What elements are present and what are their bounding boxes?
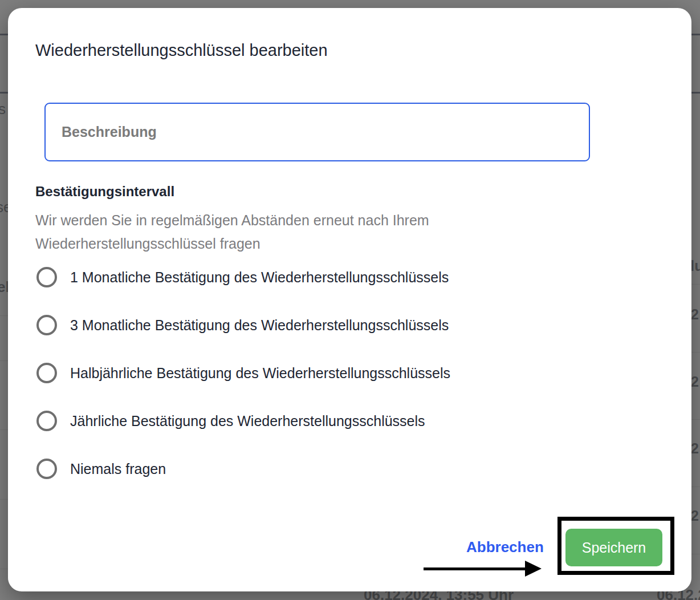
subtitle-line: Wir werden Sie in regelmäßigen Abständen… [35,209,429,232]
radio-button-icon[interactable] [36,267,57,287]
edit-recovery-key-dialog: Wiederherstellungsschlüssel bearbeiten B… [8,8,691,591]
radio-option-half-yearly[interactable]: Halbjährliche Bestätigung des Wiederhers… [36,363,450,383]
radio-button-icon[interactable] [36,315,57,335]
radio-button-icon[interactable] [36,363,57,383]
confirmation-interval-subtitle: Wir werden Sie in regelmäßigen Abständen… [35,209,429,256]
cancel-button[interactable]: Abbrechen [466,538,544,556]
confirmation-interval-heading: Bestätigungsintervall [35,184,174,200]
description-input-placeholder: Beschreibung [62,124,157,140]
description-input[interactable]: Beschreibung [44,103,590,161]
radio-option-label: Jährliche Bestätigung des Wiederherstell… [70,413,425,429]
radio-option-quarterly[interactable]: 3 Monatliche Bestätigung des Wiederherst… [36,315,449,335]
radio-option-label: Niemals fragen [70,461,166,477]
annotation-highlight-rectangle [557,517,674,575]
radio-button-icon[interactable] [36,411,57,431]
radio-button-icon[interactable] [36,459,57,479]
annotation-arrow-head-icon [525,561,542,577]
screen: s se el lu .2 .2 .2 .2 06.12.2024, 13:55… [0,0,700,600]
dialog-title: Wiederherstellungsschlüssel bearbeiten [35,41,328,60]
subtitle-line: Wiederherstellungsschlüssel fragen [35,232,429,256]
radio-option-label: 1 Monatliche Bestätigung des Wiederherst… [70,269,449,286]
radio-option-never[interactable]: Niemals fragen [36,459,166,479]
radio-option-label: 3 Monatliche Bestätigung des Wiederherst… [70,317,449,334]
radio-option-label: Halbjährliche Bestätigung des Wiederhers… [70,365,450,382]
annotation-arrow-line [424,567,526,570]
radio-option-yearly[interactable]: Jährliche Bestätigung des Wiederherstell… [36,411,425,431]
radio-option-monthly[interactable]: 1 Monatliche Bestätigung des Wiederherst… [36,267,449,287]
